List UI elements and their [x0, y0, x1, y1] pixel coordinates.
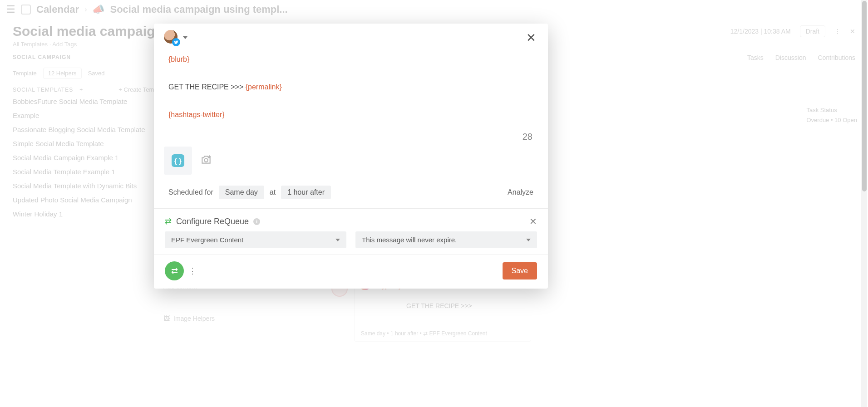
tab-contributions: Contributions [818, 54, 856, 61]
scrollbar-thumb[interactable] [862, 1, 867, 191]
image-helpers-text: Image Helpers [173, 315, 215, 322]
at-label: at [270, 188, 276, 196]
requeue-close-button[interactable]: ✕ [529, 216, 537, 227]
requeue-section: ⇄ Configure ReQueue i ✕ EPF Evergreen Co… [154, 209, 548, 255]
chevron-down-icon [335, 239, 340, 241]
requeue-title: Configure ReQueue [176, 217, 249, 226]
breadcrumb-current: Social media campaign using templ... [110, 4, 287, 15]
subheader-label: SOCIAL TEMPLATES [13, 87, 73, 93]
chevron-down-icon [183, 36, 187, 39]
modal-footer: ⇄ ⋮ Save [154, 255, 548, 289]
info-icon[interactable]: i [253, 218, 260, 225]
hamburger-icon: ☰ [6, 4, 15, 15]
calendar-icon [21, 5, 31, 15]
placeholder-permalink: {permalink} [246, 83, 282, 91]
analyze-button[interactable]: Analyze [508, 188, 533, 196]
scheduled-for-label: Scheduled for [168, 188, 213, 196]
twitter-badge-icon [172, 38, 180, 46]
schedule-row: Scheduled for Same day at 1 hour after A… [154, 183, 548, 208]
campaign-label: SOCIAL CAMPAIGN [13, 54, 71, 61]
profile-avatar [164, 30, 179, 45]
placeholder-chip-icon: { } [172, 154, 184, 167]
status-draft: Draft [800, 25, 825, 37]
task-status-label: Task Status [806, 105, 857, 115]
tab-discussion: Discussion [775, 54, 806, 61]
placeholder-blurb: {blurb} [168, 55, 189, 63]
title-right: 12/1/2023 | 10:38 AM Draft ⋮ ✕ [730, 25, 855, 37]
chevron-right-icon: › [84, 5, 87, 14]
modal-header: ✕ [154, 24, 548, 45]
more-options-button[interactable]: ⋮ [188, 266, 196, 276]
image-helpers-label: 🖼 Image Helpers [163, 315, 215, 322]
schedule-day-select[interactable]: Same day [219, 186, 264, 199]
plus-icon: + [79, 87, 83, 93]
schedule-offset-select[interactable]: 1 hour after [281, 186, 331, 199]
insert-placeholder-button[interactable]: { } [164, 147, 192, 175]
shuffle-icon: ⇄ [165, 216, 172, 226]
preview-meta: Same day • 1 hour after • ⇄ EPF Evergree… [361, 330, 524, 337]
requeue-selects: EPF Evergreen Content This message will … [165, 231, 537, 248]
kebab-icon: ⋮ [834, 28, 841, 35]
preview-body: GET THE RECIPE >>> [406, 302, 524, 309]
top-bar: ☰ Calendar › 📣 Social media campaign usi… [0, 0, 868, 19]
placeholder-hashtags: {hashtags-twitter} [168, 111, 225, 118]
requeue-toggle-button[interactable]: ⇄ [165, 261, 184, 280]
right-column: Task Status Overdue • 10 Open [806, 105, 857, 125]
footer-left: ⇄ ⋮ [165, 261, 196, 280]
add-media-button[interactable] [200, 154, 212, 167]
template-value: 12 Helpers [43, 68, 82, 79]
template-saved: Saved [88, 70, 105, 77]
svg-point-0 [204, 158, 208, 162]
close-icon: ✕ [850, 28, 855, 35]
tabs: Tasks Discussion Contributions [747, 54, 855, 61]
compose-toolbar: { } [154, 142, 548, 183]
requeue-expire-select[interactable]: This message will never expire. [355, 231, 537, 248]
compose-modal: ✕ {blurb} GET THE RECIPE >>> {permalink}… [154, 24, 548, 289]
requeue-group-value: EPF Evergreen Content [171, 236, 243, 244]
template-label: Template [13, 70, 37, 77]
project-date: 12/1/2023 | 10:38 AM [730, 28, 791, 35]
compose-text: GET THE RECIPE >>> [168, 83, 243, 91]
close-button[interactable]: ✕ [524, 30, 538, 45]
requeue-expire-value: This message will never expire. [362, 236, 457, 244]
task-status-value: Overdue • 10 Open [806, 115, 857, 125]
character-count: 28 [154, 132, 548, 142]
vertical-scrollbar[interactable] [861, 0, 867, 407]
requeue-group-select[interactable]: EPF Evergreen Content [165, 231, 346, 248]
megaphone-icon: 📣 [92, 4, 104, 15]
chevron-down-icon [526, 239, 531, 241]
tab-tasks: Tasks [747, 54, 764, 61]
compose-textarea[interactable]: {blurb} GET THE RECIPE >>> {permalink} {… [154, 45, 548, 132]
schedule-left: Scheduled for Same day at 1 hour after [168, 186, 331, 199]
breadcrumb-root: Calendar [36, 4, 79, 15]
requeue-title-row: ⇄ Configure ReQueue i ✕ [165, 216, 537, 227]
profile-selector[interactable] [164, 30, 187, 45]
save-button[interactable]: Save [503, 262, 537, 280]
image-icon: 🖼 [163, 315, 170, 322]
